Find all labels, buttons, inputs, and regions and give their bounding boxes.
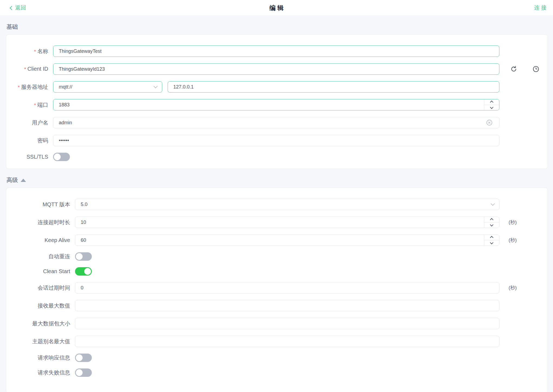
chevron-down-icon (490, 223, 493, 226)
toggle-knob (54, 153, 61, 160)
protocol-value: mqtt:// (59, 84, 72, 90)
mqtt-version-label: MQTT 版本 (6, 201, 70, 208)
advanced-card: MQTT 版本 5.0 连接超时时长 (秒) Keep Alive (6, 188, 548, 392)
server-row: 服务器地址 mqtt:// (6, 81, 548, 93)
triangle-up-icon (21, 179, 26, 182)
connect-timeout-row: 连接超时时长 (秒) (6, 217, 548, 228)
port-input[interactable] (53, 99, 499, 110)
port-row: 端口 (6, 99, 548, 110)
clock-icon[interactable] (532, 66, 539, 73)
connect-timeout-label: 连接超时时长 (6, 219, 70, 226)
stepper-up-button[interactable] (484, 235, 499, 240)
connect-timeout-stepper (484, 217, 499, 228)
password-input[interactable] (53, 135, 499, 146)
session-expiry-row: 会话过期时间 (秒) (6, 282, 548, 293)
client-id-label: Client ID (6, 66, 48, 72)
back-label: 返回 (15, 4, 26, 11)
topic-alias-maximum-label: 主题别名最大值 (6, 338, 70, 345)
toggle-knob (76, 369, 83, 376)
port-label: 端口 (6, 101, 48, 109)
mqtt-version-value: 5.0 (81, 202, 87, 207)
username-label: 用户名 (6, 119, 48, 126)
receive-maximum-input[interactable] (75, 300, 499, 311)
auto-reconnect-label: 自动重连 (6, 253, 70, 260)
request-problem-info-label: 请求失败信息 (6, 369, 70, 376)
request-problem-info-row: 请求失败信息 (6, 368, 548, 377)
session-expiry-unit: (秒) (504, 285, 548, 291)
stepper-down-button[interactable] (484, 222, 499, 228)
auto-reconnect-toggle[interactable] (75, 252, 92, 261)
section-header-advanced[interactable]: 高级 (6, 176, 548, 184)
form-content: 基础 名称 Client ID (0, 15, 553, 392)
page-title: 编 辑 (269, 4, 284, 12)
name-label: 名称 (6, 48, 48, 55)
server-label: 服务器地址 (6, 83, 48, 91)
chevron-down-icon (154, 84, 158, 89)
name-row: 名称 (6, 45, 548, 57)
keep-alive-row: Keep Alive (秒) (6, 234, 548, 246)
clean-start-label: Clean Start (6, 268, 70, 275)
topic-alias-maximum-input[interactable] (75, 336, 499, 347)
request-response-info-row: 请求响应信息 (6, 354, 548, 362)
max-packet-size-input[interactable] (75, 318, 499, 329)
section-advanced-title: 高级 (6, 176, 18, 184)
name-input[interactable] (53, 45, 499, 57)
request-response-info-label: 请求响应信息 (6, 354, 70, 361)
client-id-row: Client ID (6, 63, 548, 75)
chevron-down-icon (490, 105, 493, 109)
back-button[interactable]: 返回 (10, 4, 26, 11)
password-label: 密码 (6, 137, 48, 144)
session-expiry-input[interactable] (75, 282, 499, 293)
server-address-input[interactable] (168, 81, 499, 93)
mqtt-version-row: MQTT 版本 5.0 (6, 199, 548, 210)
chevron-up-icon (490, 101, 493, 104)
section-basic-title: 基础 (6, 23, 18, 31)
ssl-toggle[interactable] (53, 153, 70, 161)
ssl-label: SSL/TLS (6, 154, 48, 160)
stepper-down-button[interactable] (484, 240, 499, 246)
keep-alive-stepper (484, 235, 499, 246)
stepper-up-button[interactable] (484, 217, 499, 222)
request-problem-info-toggle[interactable] (75, 368, 92, 377)
protocol-select[interactable]: mqtt:// (53, 81, 162, 93)
toggle-knob (76, 354, 83, 361)
keep-alive-label: Keep Alive (6, 237, 70, 243)
connect-timeout-input[interactable] (75, 217, 499, 228)
toggle-knob (84, 268, 91, 275)
top-bar: 返回 编 辑 连 接 (0, 0, 553, 15)
chevron-up-icon (490, 236, 493, 240)
username-row: 用户名 (6, 117, 548, 128)
chevron-left-icon (10, 6, 14, 10)
topic-alias-maximum-row: 主题别名最大值 (6, 336, 548, 347)
chevron-up-icon (490, 218, 493, 222)
port-stepper (484, 99, 499, 110)
clean-start-toggle[interactable] (75, 267, 92, 276)
client-id-input[interactable] (53, 63, 499, 75)
receive-maximum-row: 接收最大数值 (6, 300, 548, 311)
receive-maximum-label: 接收最大数值 (6, 302, 70, 309)
connect-button[interactable]: 连 接 (534, 4, 547, 11)
chevron-down-icon (490, 241, 493, 244)
mqtt-version-select[interactable]: 5.0 (75, 199, 499, 210)
keep-alive-input[interactable] (75, 234, 499, 246)
keep-alive-unit: (秒) (504, 237, 548, 243)
request-response-info-toggle[interactable] (75, 354, 92, 362)
ssl-row: SSL/TLS (6, 153, 548, 161)
stepper-down-button[interactable] (484, 105, 499, 110)
refresh-icon[interactable] (510, 66, 517, 73)
toggle-knob (76, 253, 83, 260)
section-header-basic[interactable]: 基础 (6, 23, 548, 31)
chevron-down-icon (491, 202, 495, 206)
stepper-up-button[interactable] (484, 99, 499, 105)
password-row: 密码 (6, 135, 548, 146)
basic-card: 名称 Client ID (6, 34, 548, 169)
max-packet-size-label: 最大数据包大小 (6, 320, 70, 327)
username-input[interactable] (53, 117, 499, 128)
session-expiry-label: 会话过期时间 (6, 284, 70, 292)
max-packet-size-row: 最大数据包大小 (6, 318, 548, 329)
connect-timeout-unit: (秒) (504, 219, 548, 226)
clean-start-row: Clean Start (6, 267, 548, 276)
auto-reconnect-row: 自动重连 (6, 252, 548, 261)
circle-close-icon[interactable] (486, 119, 493, 126)
